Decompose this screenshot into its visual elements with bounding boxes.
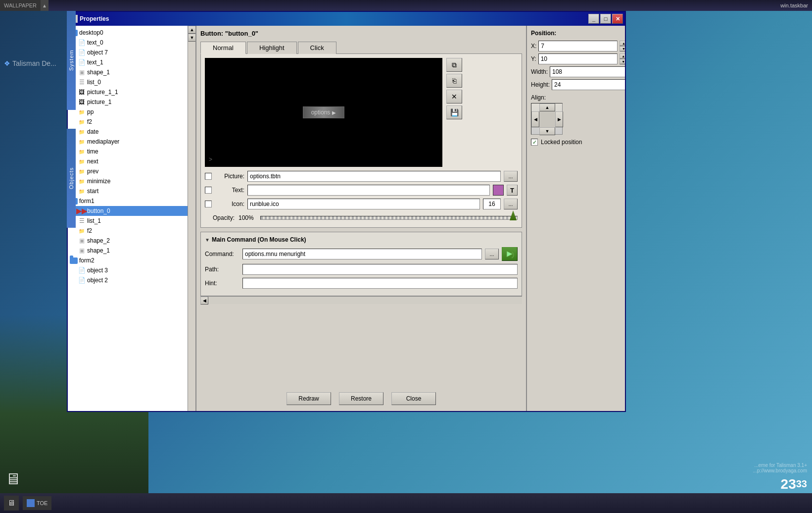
restore-button[interactable]: Restore bbox=[339, 392, 383, 405]
align-down-button[interactable]: ▼ bbox=[539, 127, 555, 135]
tree-item-list0[interactable]: ☰ list_0 bbox=[68, 77, 188, 87]
tree-item-text0[interactable]: 📄 text_0 bbox=[68, 38, 188, 48]
hint-input[interactable] bbox=[242, 278, 518, 289]
tree-item-f2b[interactable]: 📁 f2 bbox=[68, 226, 188, 236]
width-input[interactable] bbox=[550, 66, 625, 77]
taskbar-toe-item[interactable]: TOE bbox=[23, 496, 51, 510]
command-run-button[interactable] bbox=[502, 247, 518, 261]
tree-item-pp[interactable]: 📁 pp bbox=[68, 107, 188, 117]
main-panel: Button: "button_0" Normal Highlight Clic… bbox=[196, 26, 526, 411]
icon-checkbox[interactable] bbox=[205, 201, 212, 207]
window-title: Properties bbox=[80, 15, 588, 22]
tree-item-form2[interactable]: form2 bbox=[68, 256, 188, 265]
scroll-down-button[interactable]: ▼ bbox=[188, 34, 196, 42]
redraw-button[interactable]: Redraw bbox=[287, 392, 331, 405]
align-right-button[interactable]: ▶ bbox=[555, 111, 563, 127]
hint-label: Hint: bbox=[205, 280, 239, 287]
tab-normal[interactable]: Normal bbox=[200, 42, 246, 54]
tree-item-form1[interactable]: form1 bbox=[68, 196, 188, 206]
tree-item-date[interactable]: 📁 date bbox=[68, 127, 188, 137]
width-row: Width: ▲ ▼ bbox=[531, 66, 621, 77]
command-input[interactable] bbox=[242, 249, 482, 259]
talisman-desktop-label: ❖ Talisman De... bbox=[4, 59, 56, 67]
delete-icon: ✕ bbox=[451, 93, 457, 101]
tree-item-picture1[interactable]: 🖼 picture_1 bbox=[68, 97, 188, 107]
copy-tool-button[interactable]: ⧉ bbox=[446, 58, 462, 72]
close-window-button[interactable]: ✕ bbox=[612, 14, 623, 24]
picture-browse-button[interactable]: ... bbox=[504, 171, 518, 182]
tree-item-prev[interactable]: 📁 prev bbox=[68, 166, 188, 176]
icon-input[interactable] bbox=[247, 199, 480, 209]
y-input[interactable] bbox=[538, 53, 618, 64]
height-input[interactable] bbox=[552, 79, 625, 90]
text-input[interactable] bbox=[247, 185, 490, 196]
system-side-label: System bbox=[67, 11, 76, 110]
picture-checkbox[interactable] bbox=[205, 173, 212, 180]
tree-item-desktop0[interactable]: desktop0 bbox=[68, 28, 188, 38]
tree-item-shape2[interactable]: ▣ shape_2 bbox=[68, 236, 188, 246]
tree-item-start[interactable]: 📁 start bbox=[68, 186, 188, 196]
scroll-left-button[interactable]: ◀ bbox=[200, 297, 208, 305]
text-checkbox[interactable] bbox=[205, 187, 212, 194]
opacity-track bbox=[260, 216, 518, 220]
tree-item-f2[interactable]: 📁 f2 bbox=[68, 117, 188, 127]
paste-tool-button[interactable]: ⎗ bbox=[446, 74, 462, 88]
x-up-button[interactable]: ▲ bbox=[620, 41, 625, 46]
opacity-slider[interactable] bbox=[260, 212, 518, 223]
minimize-button[interactable]: _ bbox=[588, 14, 599, 24]
tree-item-shape1b[interactable]: ▣ shape_1 bbox=[68, 246, 188, 256]
tree-item-time[interactable]: 📁 time bbox=[68, 147, 188, 156]
taskbar-arrow[interactable]: ▲ bbox=[41, 0, 48, 11]
y-down-button[interactable]: ▼ bbox=[620, 59, 625, 64]
tree-content: desktop0 📄 text_0 📄 object 7 📄 text_1 ▣ … bbox=[68, 26, 195, 287]
horiz-scroll-track[interactable] bbox=[208, 297, 522, 304]
scroll-up-button[interactable]: ▲ bbox=[188, 26, 196, 34]
tree-item-minimize[interactable]: 📁 minimize bbox=[68, 176, 188, 186]
tree-item-object3[interactable]: 📄 object 3 bbox=[68, 265, 188, 275]
tree-item-object2[interactable]: 📄 object 2 bbox=[68, 275, 188, 285]
tree-item-text1[interactable]: 📄 text_1 bbox=[68, 57, 188, 67]
align-left-button[interactable]: ◀ bbox=[531, 111, 539, 127]
align-up-button[interactable]: ▲ bbox=[539, 103, 555, 111]
icon-size-input[interactable] bbox=[483, 199, 501, 209]
tree-item-next[interactable]: 📁 next bbox=[68, 156, 188, 166]
tab-click[interactable]: Click bbox=[298, 42, 336, 54]
tree-scrollbar[interactable]: ▲ ▼ bbox=[188, 26, 195, 411]
right-panel: Position: X: ▲ ▼ Y: ▲ ▼ bbox=[526, 26, 625, 411]
text-color-picker[interactable] bbox=[493, 185, 504, 196]
tree-item-mediaplayer[interactable]: 📁 mediaplayer bbox=[68, 137, 188, 147]
text-field-row: Text: T bbox=[205, 185, 518, 196]
y-up-button[interactable]: ▲ bbox=[620, 53, 625, 59]
picture-input[interactable] bbox=[247, 171, 501, 182]
bottom-buttons: Redraw Restore Close bbox=[200, 388, 522, 407]
close-button[interactable]: Close bbox=[391, 392, 436, 405]
text-font-button[interactable]: T bbox=[507, 185, 518, 196]
opacity-handle[interactable] bbox=[510, 210, 517, 220]
objects-side-label: Objects bbox=[67, 129, 76, 228]
picture-field-row: Picture: ... bbox=[205, 171, 518, 182]
locked-checkbox[interactable]: ✓ bbox=[531, 139, 538, 146]
save-tool-button[interactable]: 💾 bbox=[446, 105, 462, 119]
command-browse-button[interactable]: ... bbox=[485, 249, 499, 259]
align-control: ▲ ◀ ▶ ▼ bbox=[531, 103, 563, 135]
tree-item-list1[interactable]: ☰ list_1 bbox=[68, 216, 188, 226]
align-center-area bbox=[539, 111, 555, 127]
x-down-button[interactable]: ▼ bbox=[620, 46, 625, 51]
tree-item-object7[interactable]: 📄 object 7 bbox=[68, 48, 188, 57]
collapse-icon[interactable]: ▼ bbox=[205, 237, 210, 243]
tab-highlight[interactable]: Highlight bbox=[247, 42, 297, 54]
start-icon[interactable]: 🖥 bbox=[4, 496, 19, 511]
tree-item-button0[interactable]: ▶▶ button_0 bbox=[68, 206, 188, 216]
tree-item-shape1[interactable]: ▣ shape_1 bbox=[68, 67, 188, 77]
delete-tool-button[interactable]: ✕ bbox=[446, 90, 462, 103]
tree-item-picture11[interactable]: 🖼 picture_1_1 bbox=[68, 87, 188, 97]
maximize-button[interactable]: □ bbox=[600, 14, 611, 24]
icon-browse-button[interactable]: ... bbox=[504, 199, 518, 209]
path-input[interactable] bbox=[242, 264, 518, 275]
horizontal-scrollbar[interactable]: ◀ bbox=[200, 296, 522, 304]
x-input[interactable] bbox=[538, 41, 618, 51]
attribution-text: ...eme for Talisman 3.1+ ...p://www.brod… bbox=[753, 462, 808, 473]
icon-label: Icon: bbox=[215, 201, 244, 207]
title-bar-buttons: _ □ ✕ bbox=[588, 14, 623, 24]
properties-window: ■ Properties _ □ ✕ ▲ ▼ desktop bbox=[67, 11, 626, 412]
